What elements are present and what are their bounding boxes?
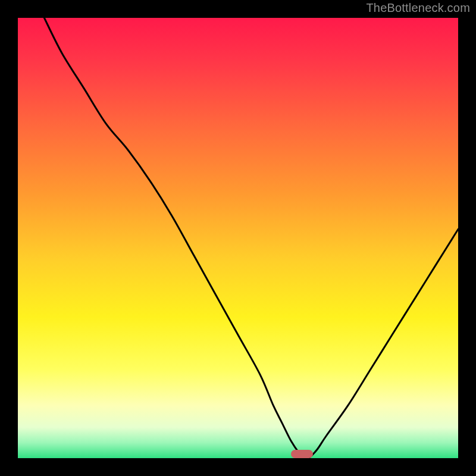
chart-frame: TheBottleneck.com: [0, 0, 476, 476]
gradient-plot-svg: [18, 18, 458, 458]
plot-area: [18, 18, 458, 458]
optimum-marker: [291, 450, 313, 458]
watermark-text: TheBottleneck.com: [366, 1, 470, 15]
gradient-background: [18, 18, 458, 458]
